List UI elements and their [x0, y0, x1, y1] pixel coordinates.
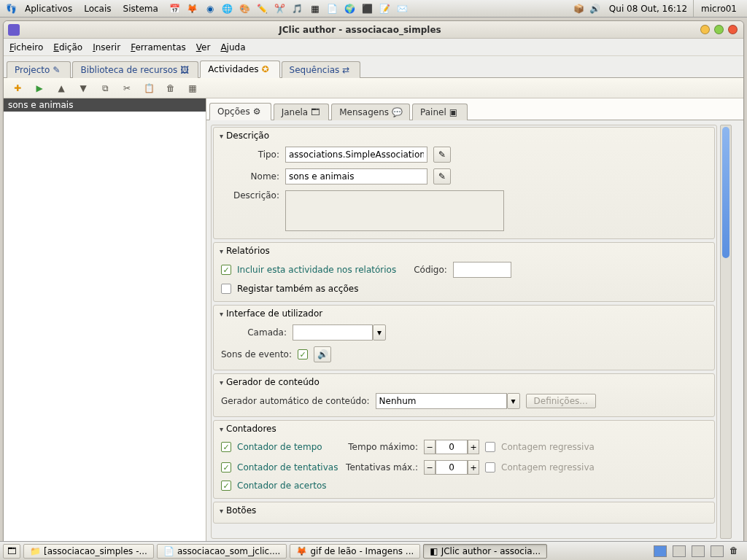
- tab-projecto[interactable]: Projecto✎: [7, 61, 71, 78]
- tab-sequencias[interactable]: Sequências⇄: [282, 61, 361, 78]
- workspace-switcher[interactable]: [654, 545, 667, 557]
- task-button[interactable]: 📄associacao_som_jclic....: [157, 544, 287, 559]
- note-icon[interactable]: 📝: [377, 1, 393, 17]
- document-icon: 📄: [163, 546, 174, 556]
- edit-tipo-button[interactable]: ✎: [433, 147, 451, 163]
- section-header[interactable]: Relatórios: [214, 243, 714, 259]
- workspace-switcher[interactable]: [673, 545, 686, 557]
- menu-sistema[interactable]: Sistema: [117, 2, 164, 15]
- grid-settings-icon[interactable]: ▦: [186, 82, 199, 95]
- browser-icon[interactable]: 🌍: [342, 1, 358, 17]
- gerador-dropdown-button[interactable]: ▾: [507, 393, 520, 409]
- acertos-checkbox[interactable]: [221, 481, 231, 491]
- update-icon[interactable]: 📦: [571, 1, 587, 17]
- menu-inserir[interactable]: Inserir: [93, 42, 120, 52]
- grid-icon[interactable]: ▦: [307, 1, 323, 17]
- tempo-max-stepper[interactable]: − +: [424, 440, 479, 454]
- globe-icon[interactable]: 🌐: [220, 1, 236, 17]
- menu-locais[interactable]: Locais: [78, 2, 117, 15]
- move-up-icon[interactable]: ▲: [55, 82, 68, 95]
- codigo-field[interactable]: [453, 262, 511, 278]
- workspace-switcher[interactable]: [711, 545, 724, 557]
- sons-checkbox[interactable]: [298, 349, 308, 359]
- menu-ferramentas[interactable]: Ferramentas: [131, 42, 186, 52]
- subtab-mensagens[interactable]: Mensagens💬: [331, 104, 410, 120]
- section-header[interactable]: Descrição: [214, 128, 714, 144]
- cut-icon[interactable]: ✂: [120, 82, 133, 95]
- clock[interactable]: Qui 08 Out, 16:12: [603, 4, 693, 14]
- tab-actividades[interactable]: Actividades✪: [200, 61, 279, 78]
- section-header[interactable]: Interface de utilizador: [214, 306, 714, 322]
- maximize-button[interactable]: [714, 25, 724, 34]
- section-header[interactable]: Contadores: [214, 421, 714, 437]
- camada-field[interactable]: [293, 324, 373, 341]
- minimize-button[interactable]: [700, 25, 710, 34]
- scissors-icon[interactable]: ✂️: [272, 1, 288, 17]
- menu-edicao[interactable]: Edição: [53, 42, 82, 52]
- tab-biblioteca[interactable]: Biblioteca de recursos🖼: [72, 61, 198, 78]
- camada-dropdown-button[interactable]: ▾: [373, 324, 386, 341]
- show-desktop-button[interactable]: 🗔: [3, 544, 20, 559]
- firefox-icon[interactable]: 🦊: [185, 1, 201, 17]
- paste-icon[interactable]: 📋: [142, 82, 155, 95]
- close-button[interactable]: [728, 25, 738, 34]
- incluir-checkbox[interactable]: [221, 265, 231, 275]
- send-icon[interactable]: ✉️: [395, 1, 411, 17]
- decrement-button[interactable]: −: [424, 440, 436, 454]
- registar-checkbox[interactable]: [221, 284, 231, 294]
- list-item[interactable]: sons e animais: [4, 98, 206, 112]
- wand-icon[interactable]: ✏️: [255, 1, 271, 17]
- main-tabs: Projecto✎ Biblioteca de recursos🖼 Activi…: [4, 56, 743, 78]
- trash-icon[interactable]: 🗑: [729, 545, 743, 557]
- user-switcher[interactable]: micro01: [693, 0, 744, 17]
- vertical-scrollbar[interactable]: [720, 125, 732, 539]
- menu-ver[interactable]: Ver: [196, 42, 211, 52]
- tempo-checkbox[interactable]: [221, 442, 231, 452]
- regressiva2-checkbox[interactable]: [485, 462, 495, 472]
- volume-icon[interactable]: 🔊: [587, 1, 603, 17]
- tentativas-checkbox[interactable]: [221, 462, 231, 472]
- tentativas-max-stepper[interactable]: − +: [424, 460, 479, 475]
- sound-settings-button[interactable]: 🔊: [314, 346, 331, 362]
- task-button[interactable]: 🦊gif de leão - Imagens ...: [290, 544, 420, 559]
- calendar-icon[interactable]: 📅: [167, 1, 183, 17]
- increment-button[interactable]: +: [468, 440, 479, 454]
- activities-list[interactable]: sons e animais: [4, 98, 206, 543]
- tentativas-max-value[interactable]: [436, 460, 468, 475]
- new-activity-icon[interactable]: ✚: [11, 82, 24, 95]
- task-button[interactable]: 📁[associacao_simples -...: [23, 544, 154, 559]
- titlebar[interactable]: JClic author - associacao_simples: [4, 21, 743, 39]
- subtab-opcoes[interactable]: Opções⚙: [209, 103, 271, 120]
- descricao-field[interactable]: [285, 190, 504, 231]
- registar-label: Registar também as acções: [237, 284, 358, 294]
- menu-ajuda[interactable]: Ajuda: [220, 42, 245, 52]
- subtab-janela[interactable]: Janela🗔: [274, 104, 330, 120]
- section-header[interactable]: Gerador de conteúdo: [214, 374, 714, 390]
- nome-field[interactable]: [285, 168, 427, 184]
- jclic-icon: ◧: [430, 546, 438, 556]
- menu-aplicativos[interactable]: Aplicativos: [19, 2, 78, 15]
- regressiva1-checkbox[interactable]: [485, 442, 495, 452]
- task-button-active[interactable]: ◧JClic author - associa...: [423, 544, 547, 559]
- hp-icon[interactable]: ◉: [202, 1, 218, 17]
- edit-nome-button[interactable]: ✎: [433, 168, 451, 184]
- section-header[interactable]: Botões: [214, 502, 714, 518]
- workspace-switcher[interactable]: [692, 545, 705, 557]
- move-down-icon[interactable]: ▼: [77, 82, 90, 95]
- menu-ficheiro[interactable]: Ficheiro: [9, 42, 43, 52]
- subtab-painel[interactable]: Painel▣: [412, 104, 468, 120]
- play-icon[interactable]: ▶: [33, 82, 46, 95]
- gerador-field[interactable]: [376, 393, 507, 409]
- doc-icon[interactable]: 📄: [325, 1, 341, 17]
- tempo-max-value[interactable]: [436, 440, 468, 454]
- decrement-button[interactable]: −: [424, 460, 436, 475]
- delete-icon[interactable]: 🗑: [164, 82, 177, 95]
- terminal-icon[interactable]: ⬛: [360, 1, 376, 17]
- paint-icon[interactable]: 🎨: [237, 1, 253, 17]
- tipo-field[interactable]: [285, 147, 427, 163]
- increment-button[interactable]: +: [468, 460, 479, 475]
- copy-icon[interactable]: ⧉: [98, 82, 112, 95]
- scroll-thumb[interactable]: [722, 127, 729, 258]
- music-icon[interactable]: 🎵: [290, 1, 306, 17]
- gnome-foot-icon: 👣: [3, 1, 19, 17]
